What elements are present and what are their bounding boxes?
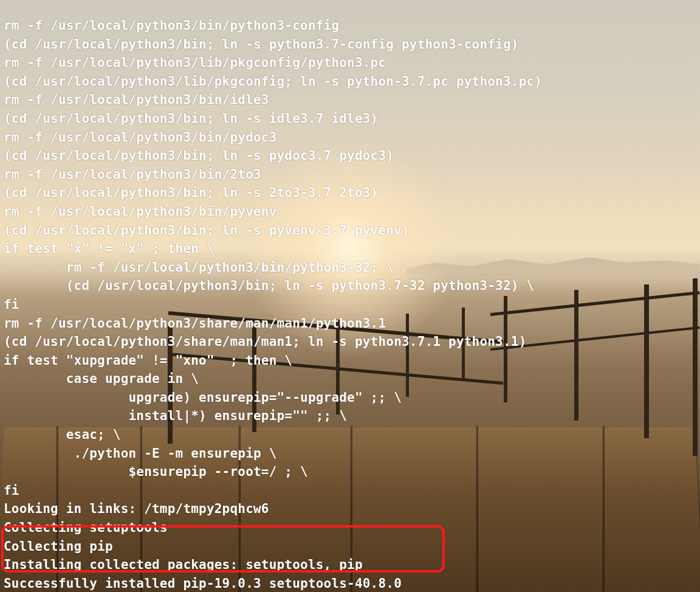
terminal-line: if test "xupgrade" != "xno" ; then \ (4, 351, 696, 370)
terminal-line: upgrade) ensurepip="--upgrade" ;; \ (4, 388, 696, 407)
terminal-line: rm -f /usr/local/python3/lib/pkgconfig/p… (4, 53, 696, 72)
terminal-line: (cd /usr/local/python3/lib/pkgconfig; ln… (4, 72, 696, 91)
terminal-line: (cd /usr/local/python3/share/man/man1; l… (4, 332, 696, 351)
terminal-line: case upgrade in \ (4, 370, 696, 388)
terminal-line: ./python -E -m ensurepip \ (4, 444, 696, 463)
terminal-line: (cd /usr/local/python3/bin; ln -s pyvenv… (4, 221, 696, 240)
terminal-line: fi (4, 295, 696, 314)
terminal-line: rm -f /usr/local/python3/bin/pydoc3 (4, 128, 696, 147)
terminal-line: (cd /usr/local/python3/bin; ln -s 2to3-3… (4, 184, 696, 202)
terminal-line: rm -f /usr/local/python3/bin/python3-32;… (4, 258, 696, 277)
terminal-line: Installing collected packages: setuptool… (4, 556, 696, 574)
terminal-line: rm -f /usr/local/python3/share/man/man1/… (4, 314, 696, 333)
terminal-line: Collecting pip (4, 537, 696, 556)
terminal-line: Successfully installed pip-19.0.3 setupt… (4, 574, 696, 592)
terminal-line: install|*) ensurepip="" ;; \ (4, 407, 696, 425)
terminal-line: rm -f /usr/local/python3/bin/2to3 (4, 165, 696, 184)
terminal-line: rm -f /usr/local/python3/bin/python3-con… (4, 16, 696, 35)
terminal-line: (cd /usr/local/python3/bin; ln -s python… (4, 277, 696, 295)
terminal-line: rm -f /usr/local/python3/bin/pyvenv (4, 202, 696, 221)
terminal-line: esac; \ (4, 425, 696, 444)
terminal-line: (cd /usr/local/python3/bin; ln -s python… (4, 35, 696, 54)
terminal-line: Collecting setuptools (4, 518, 696, 537)
terminal-line: $ensurepip --root=/ ; \ (4, 463, 696, 481)
terminal-line: if test "x" != "x" ; then \ (4, 239, 696, 258)
terminal-line: fi (4, 481, 696, 500)
terminal-output[interactable]: rm -f /usr/local/python3/bin/python3-con… (4, 16, 696, 579)
terminal-line: (cd /usr/local/python3/bin; ln -s pydoc3… (4, 146, 696, 165)
terminal-line: (cd /usr/local/python3/bin; ln -s idle3.… (4, 109, 696, 128)
terminal-line: rm -f /usr/local/python3/bin/idle3 (4, 91, 696, 109)
terminal-line: Looking in links: /tmp/tmpy2pqhcw6 (4, 500, 696, 518)
